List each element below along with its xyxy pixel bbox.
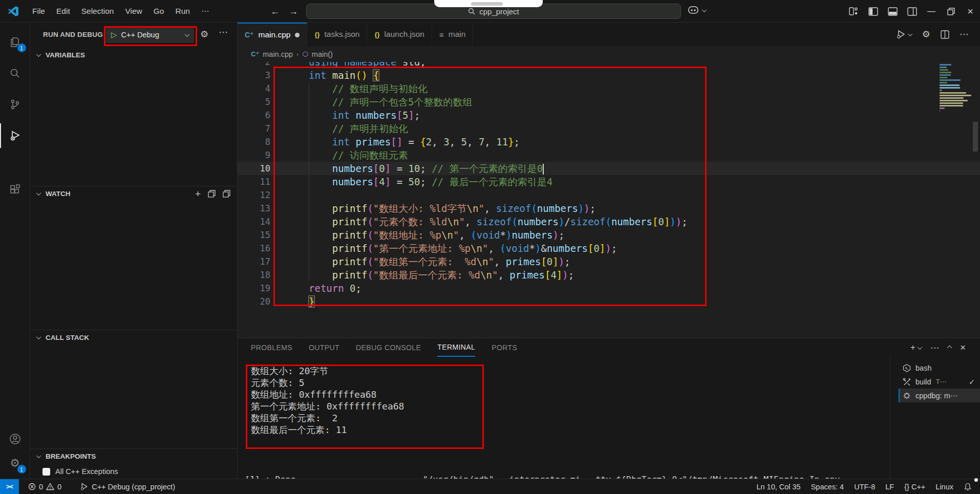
glyph-margin[interactable] bbox=[270, 295, 309, 308]
breakpoint-row[interactable]: All C++ Exceptions bbox=[30, 465, 238, 478]
code-line[interactable]: 12 bbox=[238, 188, 980, 202]
nav-forward-icon[interactable]: → bbox=[289, 6, 298, 17]
os-indicator[interactable]: Linux bbox=[930, 479, 958, 494]
menu-file[interactable]: File bbox=[27, 5, 51, 18]
code-line[interactable]: 20} bbox=[238, 295, 980, 308]
code-editor[interactable]: 2using namespace std;3int main() {4 // 数… bbox=[238, 62, 980, 338]
line-number[interactable]: 18 bbox=[238, 268, 270, 282]
glyph-margin[interactable] bbox=[270, 255, 309, 268]
glyph-margin[interactable] bbox=[270, 175, 309, 188]
menu-go[interactable]: Go bbox=[148, 5, 170, 18]
language-mode[interactable]: {} C++ bbox=[899, 479, 930, 494]
new-terminal-icon[interactable]: + bbox=[910, 342, 922, 353]
settings-gear-icon[interactable]: ⚙ 1 bbox=[0, 451, 30, 476]
section-watch[interactable]: WATCH + bbox=[30, 186, 238, 201]
explorer-icon[interactable]: 1 bbox=[0, 30, 30, 54]
code-line[interactable]: 16 printf("第一个元素地址: %p\n", (void*)&numbe… bbox=[238, 242, 980, 255]
line-number[interactable]: 19 bbox=[238, 282, 270, 295]
code-line[interactable]: 19return 0; bbox=[238, 282, 980, 295]
line-number[interactable]: 7 bbox=[238, 122, 270, 135]
glyph-margin[interactable] bbox=[270, 268, 309, 282]
glyph-margin[interactable] bbox=[270, 228, 309, 242]
toggle-sidebar-icon[interactable] bbox=[863, 0, 883, 23]
line-number[interactable]: 6 bbox=[238, 109, 270, 122]
glyph-margin[interactable] bbox=[270, 202, 309, 215]
watch-add-icon[interactable]: + bbox=[195, 188, 201, 200]
copilot-button[interactable] bbox=[687, 5, 706, 16]
line-number[interactable]: 2 bbox=[238, 62, 270, 69]
restore-icon[interactable] bbox=[941, 0, 961, 23]
editor-more-icon[interactable]: ⋯ bbox=[960, 29, 969, 40]
code-line[interactable]: 13 printf("数组大小: %ld字节\n", sizeof(number… bbox=[238, 202, 980, 215]
code-line[interactable]: 5 // 声明一个包含5个整数的数组 bbox=[238, 95, 980, 109]
code-line[interactable]: 3int main() { bbox=[238, 69, 980, 82]
section-call-stack[interactable]: CALL STACK bbox=[30, 330, 238, 345]
tab-terminal[interactable]: TERMINAL bbox=[437, 338, 475, 357]
tab-tasks-json[interactable]: {} tasks.json bbox=[307, 23, 367, 46]
close-panel-icon[interactable]: × bbox=[960, 342, 966, 353]
glyph-margin[interactable] bbox=[270, 242, 309, 255]
menu-run[interactable]: Run bbox=[169, 5, 195, 18]
toggle-secondary-sidebar-icon[interactable] bbox=[902, 0, 922, 23]
glyph-margin[interactable] bbox=[270, 69, 309, 82]
indentation[interactable]: Spaces: 4 bbox=[806, 479, 849, 494]
line-number[interactable]: 9 bbox=[238, 148, 270, 162]
debug-status[interactable]: C++ Debug (cpp_project) bbox=[75, 479, 180, 494]
line-number[interactable]: 14 bbox=[238, 215, 270, 228]
search-view-icon[interactable] bbox=[0, 61, 30, 85]
eol[interactable]: LF bbox=[880, 479, 899, 494]
code-line[interactable]: 4 // 数组声明与初始化 bbox=[238, 82, 980, 95]
glyph-margin[interactable] bbox=[270, 122, 309, 135]
line-number[interactable]: 15 bbox=[238, 228, 270, 242]
collapse-all-icon[interactable] bbox=[208, 190, 216, 198]
terminal[interactable]: 数组大小: 20字节 元素个数: 5 数组地址: 0xffffffffea68 … bbox=[245, 365, 885, 436]
glyph-margin[interactable] bbox=[270, 135, 309, 148]
debug-settings-gear-icon[interactable]: ⚙ bbox=[200, 29, 208, 40]
code-line[interactable]: 18 printf("数组最后一个元素: %d\n", primes[4]); bbox=[238, 268, 980, 282]
line-number[interactable]: 12 bbox=[238, 188, 270, 202]
code-line[interactable]: 14 printf("元素个数: %ld\n", sizeof(numbers)… bbox=[238, 215, 980, 228]
tab-main-cpp[interactable]: C⁺ main.cpp bbox=[238, 23, 307, 46]
notifications-bell[interactable] bbox=[958, 479, 977, 494]
nav-back-icon[interactable]: ← bbox=[270, 6, 280, 17]
menu-view[interactable]: View bbox=[119, 5, 147, 18]
breadcrumb-symbol[interactable]: main() bbox=[312, 50, 333, 58]
tab-launch-json[interactable]: {} launch.json bbox=[367, 23, 432, 46]
account-icon[interactable] bbox=[0, 426, 30, 451]
encoding[interactable]: UTF-8 bbox=[849, 479, 880, 494]
minimap[interactable] bbox=[940, 64, 975, 113]
tab-output[interactable]: OUTPUT bbox=[309, 338, 339, 357]
code-line[interactable]: 10 numbers[0] = 10; // 第一个元素的索引是0 bbox=[238, 162, 980, 175]
line-number[interactable]: 16 bbox=[238, 242, 270, 255]
editor-scrollbar[interactable] bbox=[973, 122, 978, 152]
run-and-debug-icon[interactable] bbox=[0, 123, 30, 148]
start-debug-icon[interactable]: ▷ bbox=[111, 30, 117, 39]
code-line[interactable]: 17 printf("数组第一个元素: %d\n", primes[0]); bbox=[238, 255, 980, 268]
menu-edit[interactable]: Edit bbox=[51, 5, 76, 18]
minimize-icon[interactable]: — bbox=[922, 0, 941, 23]
code-line[interactable]: 11 numbers[4] = 50; // 最后一个元素的索引是4 bbox=[238, 175, 980, 188]
glyph-margin[interactable] bbox=[270, 282, 309, 295]
menu-selection[interactable]: Selection bbox=[76, 5, 120, 18]
cursor-position[interactable]: Ln 10, Col 35 bbox=[751, 479, 805, 494]
extensions-icon[interactable] bbox=[0, 178, 30, 202]
sidebar-more-icon[interactable]: ⋯ bbox=[219, 27, 228, 38]
remote-indicator[interactable]: >< bbox=[0, 479, 19, 494]
maximize-panel-icon[interactable] bbox=[947, 345, 952, 350]
close-icon[interactable]: × bbox=[961, 0, 980, 23]
editor-gear-icon[interactable]: ⚙ bbox=[922, 29, 930, 40]
glyph-margin[interactable] bbox=[270, 215, 309, 228]
line-number[interactable]: 4 bbox=[238, 82, 270, 95]
line-number[interactable]: 8 bbox=[238, 135, 270, 148]
section-breakpoints[interactable]: BREAKPOINTS bbox=[30, 448, 238, 464]
split-editor-icon[interactable] bbox=[941, 30, 949, 39]
breadcrumb-file[interactable]: main.cpp bbox=[263, 50, 293, 58]
tab-debug-console[interactable]: DEBUG CONSOLE bbox=[356, 338, 421, 357]
code-line[interactable]: 8 int primes[] = {2, 3, 5, 7, 11}; bbox=[238, 135, 980, 148]
exceptions-checkbox[interactable] bbox=[42, 468, 50, 476]
code-line[interactable]: 9 // 访问数组元素 bbox=[238, 148, 980, 162]
customize-layout-icon[interactable] bbox=[844, 0, 863, 23]
terminal-item-bash[interactable]: bash bbox=[899, 361, 980, 375]
code-line[interactable]: 2using namespace std; bbox=[238, 62, 980, 69]
source-control-icon[interactable] bbox=[0, 92, 30, 117]
